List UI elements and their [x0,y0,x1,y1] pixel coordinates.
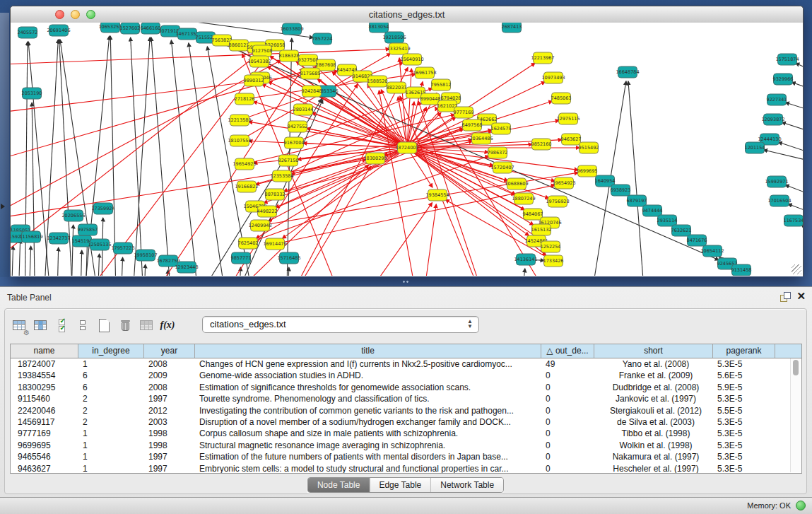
network-graph[interactable]: 2405572206914061065325715276026466160107… [11,23,803,276]
vertical-scrollbar[interactable] [790,358,801,472]
graph-node[interactable]: 14136141 [514,254,537,265]
graph-node[interactable]: 17359924 [91,203,114,214]
graph-node[interactable]: 1615132 [531,224,552,235]
graph-node[interactable]: 19958107 [134,250,157,261]
graph-node[interactable]: 16914479 [263,238,286,250]
column-header-pagerank[interactable]: pagerank [713,344,775,358]
graph-node-hub[interactable]: 18724007 [395,142,418,153]
zoom-button[interactable] [86,10,95,19]
graph-node[interactable]: 16961758 [413,67,436,78]
graph-node[interactable]: 8175685 [300,68,321,79]
column-visibility-icon[interactable] [32,317,49,334]
citation-edge-red[interactable] [420,204,436,276]
graph-node[interactable]: 18107554 [228,135,251,146]
citation-edge-black[interactable] [28,246,31,276]
citation-edge-black[interactable] [782,122,803,136]
graph-node[interactable]: 9227341 [767,94,787,105]
graph-node[interactable]: 18807249 [512,193,535,204]
graph-node[interactable]: 16033809 [280,23,303,35]
graph-node[interactable]: 15640910 [400,54,423,65]
graph-node[interactable]: 15720407 [490,162,514,173]
graph-node[interactable]: 8878332 [265,189,286,200]
graph-node[interactable]: 20691406 [47,25,70,36]
graph-node[interactable]: 12505135 [88,239,111,250]
graph-node[interactable]: 9777169 [454,107,474,118]
graph-node[interactable]: 9242848 [302,86,322,97]
table-row[interactable]: 1872400712008Changes of HCN gene express… [11,358,801,370]
graph-node[interactable]: 19654923 [552,177,575,189]
float-panel-icon[interactable] [780,292,789,301]
scrollbar-thumb[interactable] [793,360,799,375]
citation-edge-red[interactable] [11,68,317,164]
graph-node[interactable]: 9463627 [561,134,582,145]
citation-edge-black[interactable] [778,142,803,157]
graph-node[interactable]: 17957223 [111,243,134,254]
graph-node[interactable]: 6466160 [141,23,161,34]
row-selection-icon[interactable]: ✓✓ [53,317,70,334]
graph-node[interactable]: 9484067 [523,209,543,220]
tab-node-table[interactable]: Node Table [308,478,370,492]
close-panel-icon[interactable]: ✕ [796,290,806,303]
window-resize-grip[interactable] [792,264,801,274]
graph-node[interactable]: 10973493 [541,72,565,83]
graph-node[interactable]: 13325419 [387,43,410,54]
citation-edge-black[interactable] [18,240,20,276]
graph-node[interactable]: 8186328 [279,50,300,62]
citation-edge-black[interactable] [131,37,145,276]
table-row[interactable]: 2242004622012Investigating the contribut… [11,405,801,416]
graph-node[interactable]: 15992971 [765,176,788,187]
graph-node[interactable]: 12975115 [556,113,579,124]
citation-edge-black[interactable] [151,37,173,276]
citation-edge-black[interactable] [120,257,123,276]
graph-node[interactable]: 11156819 [19,231,42,243]
table-options-icon[interactable]: ⚙ [11,317,28,334]
graph-node[interactable]: 2687413 [502,23,522,33]
graph-node[interactable]: 19384554 [425,189,449,201]
rows-icon[interactable] [74,317,91,334]
graph-node[interactable]: 1733426 [543,255,564,267]
graph-node[interactable]: 10654112 [700,245,724,257]
graph-node[interactable]: 7986372 [488,147,508,158]
graph-node[interactable]: 9975857 [78,224,98,235]
graph-node[interactable]: 6938923 [611,185,631,196]
table-row[interactable]: 969969511998Structural magnetic resonanc… [11,440,801,451]
graph-node[interactable]: 8471676 [687,235,707,246]
window-titlebar[interactable]: citations_edges.txt [11,6,803,23]
graph-node[interactable]: 8860123 [229,40,249,51]
graph-node[interactable]: 10543382 [247,56,271,67]
graph-node[interactable]: 9329966 [773,74,794,85]
graph-node[interactable]: 12093872 [761,114,784,125]
graph-node[interactable]: 6879197 [627,195,647,206]
citation-edge-black[interactable] [143,264,146,276]
graph-node[interactable]: 8822037 [387,82,407,93]
graph-node[interactable]: 20364486 [469,133,493,144]
graph-node[interactable]: 2053190 [22,88,42,99]
function-builder-icon[interactable]: f(x) [159,317,176,334]
citation-edge-black[interactable] [792,82,803,93]
citation-edge-black[interactable] [80,250,82,276]
graph-node[interactable]: 9127508 [252,45,273,57]
graph-node[interactable]: 9852160 [531,139,552,150]
graph-node[interactable]: 19166822 [235,181,258,192]
graph-node[interactable]: 19756928 [546,196,569,207]
graph-node[interactable]: 19218506 [382,32,406,43]
network-canvas[interactable]: 2405572206914061065325715276026466160107… [11,23,803,276]
graph-node[interactable]: 8427552 [288,121,308,132]
panel-resize-handle[interactable] [402,280,409,284]
citation-edge-black[interactable] [189,43,230,276]
graph-node[interactable]: 1588520 [367,76,388,87]
citation-edge-black[interactable] [110,36,117,276]
graph-node[interactable]: 17016504 [767,195,791,206]
graph-node[interactable]: 9515492 [579,142,599,153]
citation-edge-black[interactable] [97,254,100,276]
graph-node[interactable]: 9857771 [231,252,252,264]
citation-edge-black[interactable] [11,246,13,276]
graph-node[interactable]: 9131458 [731,264,752,276]
graph-node[interactable]: 6497568 [462,119,483,131]
citation-edge-black[interactable] [801,226,803,238]
graph-node[interactable]: 20206556 [61,210,85,221]
table-row[interactable]: 946362711997Embryonic stem cells: a mode… [11,463,801,474]
new-table-icon[interactable] [95,317,112,334]
graph-node[interactable]: 15716485 [277,252,300,264]
graph-node[interactable]: 12923448 [175,262,198,273]
